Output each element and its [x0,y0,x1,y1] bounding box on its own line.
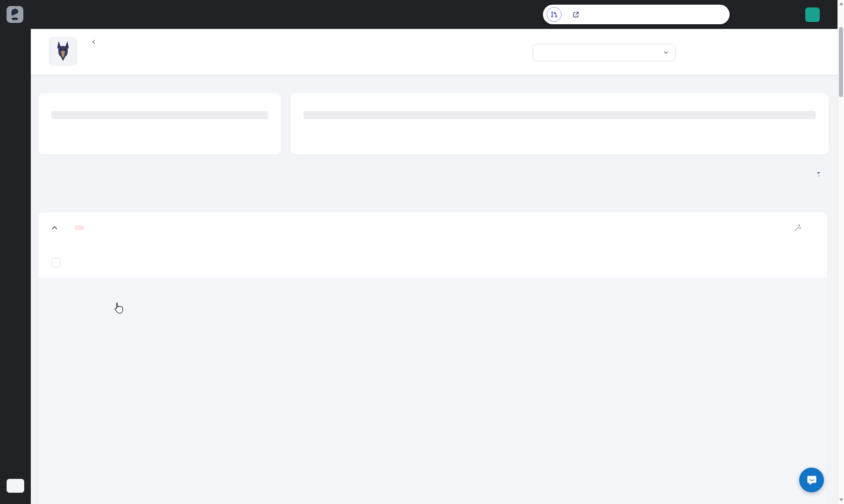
issue-group-header [38,212,827,243]
vertical-scrollbar[interactable] [837,0,844,504]
scrollbar-thumb[interactable] [839,27,843,97]
top-bar [0,0,844,29]
app-screen [0,0,844,504]
magic-wand-icon [794,224,802,232]
fixes-summary [794,224,815,232]
collapse-icon [815,170,823,178]
collapse-all-button[interactable] [815,170,827,178]
sidebar-bottom-items [7,479,24,493]
issues-toolbar [38,165,827,183]
scroll-down-arrow-icon[interactable] [839,498,843,501]
chat-bubble-button[interactable] [799,468,824,492]
project-logo [49,37,77,66]
top-issues-bar [303,111,816,119]
fix-status-card [38,93,281,154]
select-all-checkbox[interactable] [51,258,61,267]
chevron-left-icon [91,39,97,45]
pr-ready-banner[interactable] [543,5,730,24]
fix-status-bar [51,111,268,119]
sidebar [0,29,31,504]
analysis-version-select[interactable] [533,44,675,61]
chat-icon [806,474,818,486]
severity-badge [75,225,84,230]
brand-logo-icon[interactable] [6,6,24,23]
analysis-versions-block [533,40,675,61]
scroll-up-arrow-icon[interactable] [839,2,843,5]
table-body [38,278,827,504]
table-header [38,252,827,273]
project-title-block [91,39,100,50]
chevron-down-icon [662,49,669,56]
issue-group-card [38,212,827,504]
pull-request-icon [547,7,562,22]
chevron-up-icon[interactable] [50,224,59,232]
avatar[interactable] [805,7,820,22]
org-badge[interactable] [7,479,24,493]
external-link-icon[interactable] [572,11,580,19]
top-issues-card [290,93,829,154]
back-to-project-link[interactable] [91,39,100,45]
main-content [31,29,837,504]
project-header [31,29,837,75]
